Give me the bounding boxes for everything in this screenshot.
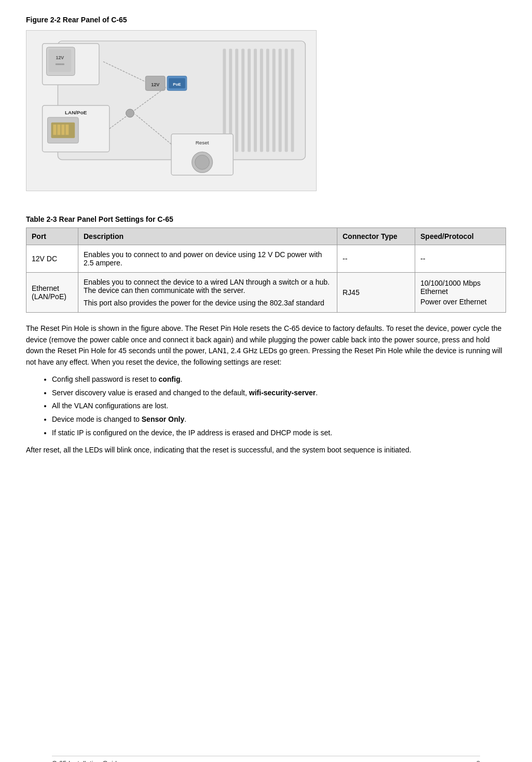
list-item: Server discovery value is erased and cha… [52,387,506,399]
svg-rect-3 [235,49,238,152]
bullet-1-after: . [180,375,182,383]
list-item: Config shell password is reset to config… [52,373,506,386]
bullet-2-before: Server discovery value is erased and cha… [52,389,249,397]
svg-text:LAN/PoE: LAN/PoE [65,110,87,115]
svg-rect-5 [248,49,251,152]
svg-text:12V: 12V [151,82,159,87]
cell-port-2: Ethernet (LAN/PoE) [26,273,78,313]
list-item: If static IP is configured on the device… [52,427,506,439]
port-settings-table: Port Description Connector Type Speed/Pr… [26,228,506,313]
svg-rect-9 [272,49,276,152]
cell-connector-2: RJ45 [337,273,415,313]
svg-text:Reset: Reset [196,140,209,145]
svg-text:12V: 12V [56,55,64,60]
body-p1-text-1: The Reset Pin Hole is shown in the figur… [26,324,181,332]
svg-rect-7 [260,49,263,152]
svg-rect-29 [57,125,60,135]
svg-point-36 [195,155,210,169]
svg-point-37 [126,109,134,117]
footer-right: 8 [476,759,480,762]
cell-speed-1: -- [415,245,506,273]
speed-line-1: 10/100/1000 Mbps Ethernet [420,279,500,296]
cell-speed-2: 10/100/1000 Mbps Ethernet Power over Eth… [415,273,506,313]
svg-rect-8 [266,49,269,152]
body-paragraph-1: The Reset Pin Hole is shown in the figur… [26,323,506,368]
bullet-3-text: All the VLAN configurations are lost. [52,402,168,410]
bullet-4-after: . [184,415,186,423]
svg-rect-31 [65,125,69,135]
bullet-5-text: If static IP is configured on the device… [52,429,332,437]
col-port: Port [26,228,78,245]
table-row: Ethernet (LAN/PoE) Enables you to connec… [26,273,506,313]
table-row: 12V DC Enables you to connect to and pow… [26,245,506,273]
table-title: Table 2-3 Rear Panel Port Settings for C… [26,215,506,223]
footer-left: C-65 Installation Guide [52,759,120,762]
body-paragraph-2: After reset, all the LEDs will blink onc… [26,445,506,456]
page-wrapper: Figure 2-2 Rear Panel of C-65 [26,16,506,762]
svg-rect-12 [291,49,294,152]
svg-text:═══: ═══ [55,62,64,66]
cell-desc-1: Enables you to connect to and power on d… [78,245,337,273]
cell-port-1: 12V DC [26,245,78,273]
figure-title: Figure 2-2 Rear Panel of C-65 [26,16,506,24]
svg-rect-6 [254,49,257,152]
svg-rect-30 [61,125,64,135]
bullet-4-before: Device mode is changed to [52,415,142,423]
cell-desc-2: Enables you to connect the device to a w… [78,273,337,313]
bullet-4-bold: Sensor Only [142,415,184,423]
col-description: Description [78,228,337,245]
svg-text:PoE: PoE [173,82,181,87]
svg-rect-20 [49,49,72,72]
footer: C-65 Installation Guide 8 [52,756,480,762]
bullet-2-after: . [316,389,318,397]
col-connector: Connector Type [337,228,415,245]
svg-rect-4 [241,49,244,152]
svg-rect-11 [285,49,288,152]
bullet-1-bold: config [158,375,180,383]
cell-desc-2-p2: This port also provides the power for th… [84,299,332,307]
cell-desc-2-p1: Enables you to connect the device to a w… [84,278,332,295]
bullet-2-bold: wifi-security-server [249,389,316,397]
svg-rect-10 [279,49,282,152]
content-area: Figure 2-2 Rear Panel of C-65 [26,16,506,492]
cell-connector-1: -- [337,245,415,273]
speed-line-2: Power over Ethernet [420,298,500,306]
col-speed: Speed/Protocol [415,228,506,245]
bullet-list: Config shell password is reset to config… [52,373,506,439]
list-item: All the VLAN configurations are lost. [52,400,506,412]
list-item: Device mode is changed to Sensor Only. [52,413,506,426]
figure-image: 12V PoE 12V ═══ LAN/PoE [26,30,317,191]
bullet-1-before: Config shell password is reset to [52,375,158,383]
svg-rect-28 [53,125,56,135]
